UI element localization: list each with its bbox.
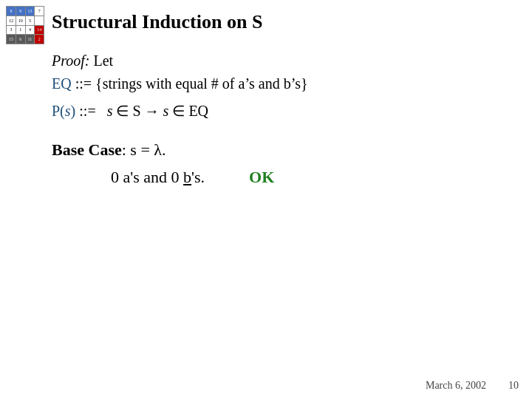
grid-thumbnail: 891371210531414156112	[6, 6, 44, 44]
slide-title: Structural Induction on S	[52, 11, 517, 33]
proof-line1: Proof: Let	[52, 50, 517, 72]
proof-p-label: P(s)	[52, 103, 75, 119]
base-case-eq: : s = λ.	[122, 140, 166, 159]
proof-eq-label: EQ	[52, 75, 72, 92]
proof-let: Let	[89, 52, 113, 69]
proof-label: Proof:	[52, 52, 89, 69]
base-case-ok: OK	[249, 163, 274, 191]
base-case-bold: Base Case	[52, 140, 122, 159]
proof-p-def: ::= s ∈ S → s ∈ EQ	[75, 103, 208, 119]
base-case-line2: 0 a's and 0 b's. OK	[111, 163, 517, 191]
proof-eq-def: ::= {strings with equal # of a’s and b’s…	[72, 75, 308, 92]
main-content: Structural Induction on S Proof: Let EQ …	[52, 7, 517, 369]
proof-eq-line: EQ ::= {strings with equal # of a’s and …	[52, 72, 517, 95]
proof-block: Proof: Let EQ ::= {strings with equal # …	[52, 50, 517, 123]
footer-date: March 6, 2002	[426, 380, 486, 392]
proof-p-line: P(s) ::= s ∈ S → s ∈ EQ	[52, 100, 517, 123]
footer: March 6, 2002 10	[426, 380, 519, 392]
page-number: 10	[508, 380, 519, 392]
base-case-block: Base Case: s = λ. 0 a's and 0 b's. OK	[52, 136, 517, 191]
base-case-line1: Base Case: s = λ.	[52, 136, 517, 163]
base-case-zeros: 0 a's and 0 b's.	[111, 163, 205, 191]
